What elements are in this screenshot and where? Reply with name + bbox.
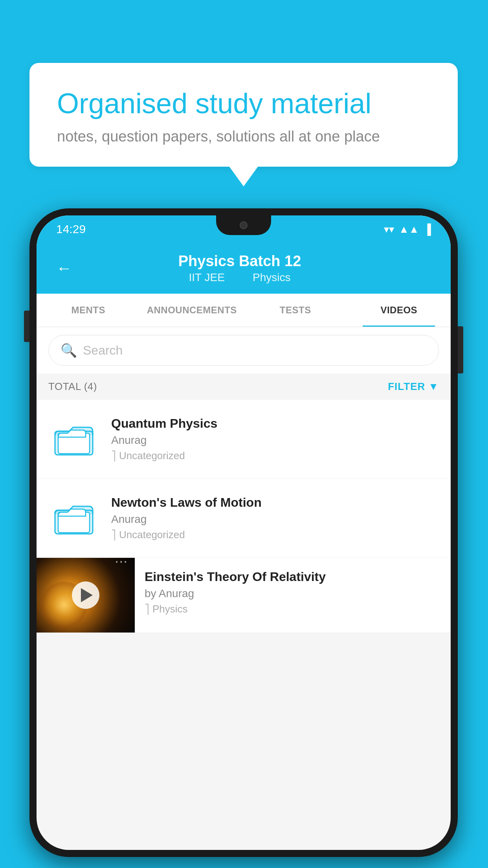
phone-mockup: 14:29 ▾▾ ▲▲ ▐ ← Physics Batch 12 IIT JEE bbox=[29, 208, 458, 857]
search-icon: 🔍 bbox=[61, 342, 77, 358]
tag-icon-2: ⎤ bbox=[145, 604, 149, 615]
total-count: TOTAL (4) bbox=[48, 381, 97, 393]
list-item[interactable]: Quantum Physics Anurag ⎤ Uncategorized bbox=[37, 400, 451, 479]
video-thumb-0 bbox=[48, 414, 99, 465]
phone-outer-frame: 14:29 ▾▾ ▲▲ ▐ ← Physics Batch 12 IIT JEE bbox=[29, 208, 458, 857]
video-tag-1: ⎤ Uncategorized bbox=[111, 529, 439, 541]
video-list: Quantum Physics Anurag ⎤ Uncategorized bbox=[37, 400, 451, 633]
video-thumbnail-2: ✦ ✦ ✦ bbox=[37, 558, 135, 633]
notch bbox=[216, 215, 271, 235]
video-title-0: Quantum Physics bbox=[111, 416, 439, 431]
video-info-1: Newton's Laws of Motion Anurag ⎤ Uncateg… bbox=[111, 495, 439, 541]
tag-label-0: Uncategorized bbox=[119, 450, 185, 462]
tabs-bar: MENTS ANNOUNCEMENTS TESTS VIDEOS bbox=[37, 294, 451, 327]
header-title-group: Physics Batch 12 IIT JEE Physics bbox=[84, 253, 396, 284]
play-triangle-icon bbox=[81, 588, 93, 602]
video-title-1: Newton's Laws of Motion bbox=[111, 495, 439, 510]
folder-icon bbox=[54, 421, 94, 457]
batch-title: Physics Batch 12 bbox=[84, 253, 396, 270]
bubble-subtitle: notes, question papers, solutions all at… bbox=[57, 128, 430, 145]
video-tag-2: ⎤ Physics bbox=[145, 603, 441, 615]
tab-videos[interactable]: VIDEOS bbox=[347, 294, 451, 327]
app-header: ← Physics Batch 12 IIT JEE Physics bbox=[37, 243, 451, 294]
tag-label-1: Uncategorized bbox=[119, 529, 185, 541]
batch-subtitle: IIT JEE Physics bbox=[84, 271, 396, 284]
tag-separator bbox=[236, 271, 245, 283]
tab-announcements[interactable]: ANNOUNCEMENTS bbox=[140, 294, 244, 327]
back-button[interactable]: ← bbox=[56, 259, 72, 277]
status-bar: 14:29 ▾▾ ▲▲ ▐ bbox=[37, 215, 451, 243]
tab-tests[interactable]: TESTS bbox=[244, 294, 347, 327]
tag-icon-1: ⎤ bbox=[111, 530, 116, 541]
filter-button[interactable]: FILTER ▼ bbox=[388, 381, 439, 393]
video-author-2: by Anurag bbox=[145, 587, 441, 600]
status-icons: ▾▾ ▲▲ ▐ bbox=[384, 223, 431, 235]
search-box[interactable]: 🔍 Search bbox=[48, 335, 439, 366]
filter-label: FILTER bbox=[388, 381, 425, 393]
status-time: 14:29 bbox=[56, 223, 86, 236]
video-info-0: Quantum Physics Anurag ⎤ Uncategorized bbox=[111, 416, 439, 462]
video-author-0: Anurag bbox=[111, 434, 439, 447]
speech-bubble-card: Organised study material notes, question… bbox=[29, 63, 458, 167]
tag-label-2: Physics bbox=[152, 603, 188, 615]
video-title-2: Einstein's Theory Of Relativity bbox=[145, 570, 441, 584]
list-item[interactable]: ✦ ✦ ✦ Einstein's Theory Of Relativity by… bbox=[37, 558, 451, 633]
signal-icon: ▲▲ bbox=[399, 223, 419, 235]
search-container: 🔍 Search bbox=[37, 327, 451, 373]
search-placeholder: Search bbox=[83, 343, 123, 358]
video-author-1: Anurag bbox=[111, 513, 439, 526]
filter-bar: TOTAL (4) FILTER ▼ bbox=[37, 373, 451, 400]
play-button-2[interactable] bbox=[72, 581, 99, 609]
tab-ments[interactable]: MENTS bbox=[37, 294, 140, 327]
tag-iit-jee: IIT JEE bbox=[189, 271, 225, 283]
tag-icon-0: ⎤ bbox=[111, 451, 116, 462]
folder-icon bbox=[54, 500, 94, 536]
bubble-title: Organised study material bbox=[57, 86, 430, 120]
video-thumb-1 bbox=[48, 493, 99, 544]
wifi-icon: ▾▾ bbox=[384, 223, 394, 235]
list-item[interactable]: Newton's Laws of Motion Anurag ⎤ Uncateg… bbox=[37, 479, 451, 558]
battery-icon: ▐ bbox=[424, 223, 431, 235]
video-info-2: Einstein's Theory Of Relativity by Anura… bbox=[135, 558, 451, 627]
filter-icon: ▼ bbox=[428, 381, 439, 393]
phone-screen: 14:29 ▾▾ ▲▲ ▐ ← Physics Batch 12 IIT JEE bbox=[37, 215, 451, 850]
video-tag-0: ⎤ Uncategorized bbox=[111, 450, 439, 462]
camera-dot bbox=[240, 221, 248, 229]
tag-physics: Physics bbox=[253, 271, 290, 283]
